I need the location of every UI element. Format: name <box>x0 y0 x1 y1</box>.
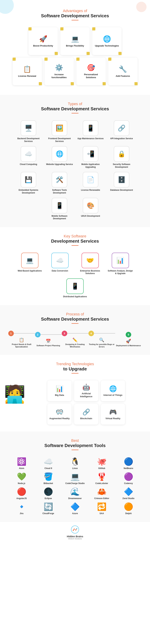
personalized-solutions-label: Personalized Solutions <box>79 73 103 79</box>
trending-header-top: Trending Technologies <box>3 362 147 366</box>
step4-num: 4 <box>88 331 94 336</box>
enterprise-icon: 🤝 <box>81 253 99 268</box>
saa-icon: 🔁 <box>97 502 107 511</box>
tool-item-nodejs: 💚 Node.js <box>9 472 34 484</box>
boost-productivity-label: Boost Productivity <box>33 44 53 48</box>
types-divider <box>72 113 78 114</box>
tool-item-netbeans: 🔵 NetBeans <box>116 457 141 470</box>
ai-icon: 🤖 <box>82 384 90 391</box>
data-conversion-label: Data Conversion <box>52 270 68 272</box>
step4-icon: 🔍 <box>99 338 104 342</box>
type-card-software-tools: 🛠️ Software Tools Development <box>46 172 73 194</box>
step3-label: Designing & Creating Wireframes <box>62 343 88 348</box>
tool-item-bitbucket: 🪣 Bitbucket <box>36 472 60 484</box>
tool-item-angularjs: 🔴 AngularJS <box>9 487 34 500</box>
step5-num: 5 <box>126 332 131 338</box>
step4-connector <box>94 333 115 334</box>
type-card-app-maintenance: 📱 App Maintenance Services <box>77 120 104 143</box>
codelobster-label: CodeLobster <box>95 482 108 484</box>
step1-connector <box>14 333 35 334</box>
distributed-icon: 📱 <box>66 278 84 294</box>
svg-point-2 <box>76 528 77 529</box>
tech-card-blockchain: 🔗 Blockchain <box>74 404 98 424</box>
advantages-grid: 🚀 Boost Productivity 💻 Brings Flexibilit… <box>0 26 150 90</box>
tool-item-jira: 🔹 Jira <box>9 502 34 515</box>
web-based-icon: 💻 <box>21 253 38 268</box>
trending-row-2: 🥽 Augmented Reality 🔗 Blockchain 🎮 Virtu… <box>26 404 147 424</box>
tool-item-cloud9: ☁️ Cloud 9 <box>36 457 60 470</box>
process-header-top: Process of <box>3 312 147 316</box>
cloud-label: Cloud Computing <box>20 163 37 166</box>
data-conversion-icon: ☁️ <box>51 253 69 268</box>
database-label: Database Development <box>110 189 133 192</box>
type-card-embedded: 💾 Embedded Systems Development <box>15 172 42 194</box>
process-step-2: 2 📅 Software Project Planning <box>35 332 62 347</box>
tool-item-saa: 🔁 SAA <box>90 502 114 515</box>
github-icon: 🐙 <box>97 457 107 466</box>
footer: Hidden Brains Infotech Solutions <box>0 522 150 543</box>
cloud9-label: Cloud 9 <box>45 467 52 470</box>
zend-label: Zend Studio <box>122 497 134 500</box>
svg-point-1 <box>73 530 74 531</box>
tools-grid: ⚛️ Atom ☁️ Cloud 9 🐧 Linux 🐙 GitHub 🔵 Ne… <box>0 455 150 516</box>
github-label: GitHub <box>98 467 105 470</box>
software-analyze-icon: 📊 <box>112 253 129 268</box>
step1-num-row: 1 <box>8 331 35 336</box>
nodejs-icon: 💚 <box>17 472 26 481</box>
type-card-frontend: 🖼️ Frontend Development Services <box>46 120 73 143</box>
brings-flexibility-icon: 💻 <box>71 35 79 43</box>
corner-accent-br <box>71 82 74 85</box>
tool-item-codenvy: 🟣 Codenvy <box>116 472 141 484</box>
step5-icon: 🚀 <box>126 339 131 344</box>
codecharge-icon: 💻 <box>70 472 80 481</box>
adv-card-increase-functionalities: ⚙️ Increase functionalities <box>45 58 74 85</box>
step3-num-row: 3 <box>62 331 88 336</box>
key-services-header: Key Software Development Services <box>0 229 150 251</box>
upgrade-technologies-icon: 🌐 <box>103 35 111 43</box>
increase-functionalities-label: Increase functionalities <box>47 73 71 79</box>
frontend-label: Frontend Development Services <box>46 137 73 143</box>
adv-card-brings-flexibility: 💻 Brings Flexibility <box>60 27 90 55</box>
trending-person-icon: 🧑‍💻 <box>3 384 26 404</box>
advantages-row-1: 🚀 Boost Productivity 💻 Brings Flexibilit… <box>5 27 145 55</box>
iot-label: Internet of Things <box>103 394 122 397</box>
type-card-uiux: 🎨 UI/UX Development <box>77 198 104 220</box>
tool-item-eclipse: 🌑 Eclipse <box>36 487 60 500</box>
zend-icon: 🔷 <box>124 487 133 496</box>
tools-header-top: Best <box>3 438 147 443</box>
tool-item-zend: 🔷 Zend Studio <box>116 487 141 500</box>
brings-flexibility-label: Brings Flexibility <box>66 44 84 48</box>
boost-productivity-icon: 🚀 <box>39 35 47 43</box>
crimson-icon: 🦀 <box>97 487 107 496</box>
codenvy-icon: 🟣 <box>124 472 133 481</box>
trending-header: Trending Technologies to Upgrade <box>0 356 150 379</box>
tech-card-big-data: 📊 Big Data <box>47 380 72 401</box>
embedded-label: Embedded Systems Development <box>15 189 42 194</box>
tool-item-crimson: 🦀 Crimson Editor <box>90 487 114 500</box>
license-label: License Renewable <box>81 189 100 192</box>
netbeans-icon: 🔵 <box>124 457 133 466</box>
bitbucket-label: Bitbucket <box>44 482 53 484</box>
ar-icon: 🥽 <box>56 408 64 416</box>
database-icon: 🗄️ <box>114 172 129 188</box>
footer-tagline: Infotech Solutions <box>3 538 147 540</box>
nodejs-label: Node.js <box>18 482 25 484</box>
process-step-5: 5 🚀 Deployment & Maintenance <box>115 332 142 347</box>
adv-card-boost-productivity: 🚀 Boost Productivity <box>28 27 58 55</box>
codelobster-icon: 🦞 <box>97 472 107 481</box>
adv-card-personalized-solutions: 🎯 Personalized Solutions <box>76 58 106 85</box>
key-services-section: Key Software Development Services 💻 Web-… <box>0 227 150 305</box>
types-header-bottom: Software Development Services <box>3 106 147 112</box>
types-section: Types of Software Development Services 🖥… <box>0 95 150 227</box>
saa-label: SAA <box>99 512 104 515</box>
step1-icon: 📋 <box>19 338 24 342</box>
key-services-header-top: Key Software <box>3 234 147 238</box>
delphi-icon: 🟠 <box>124 502 133 511</box>
adv-card-add-features: 🔧 Add Features <box>108 58 138 85</box>
step2-num: 2 <box>35 332 41 338</box>
mobile-software-icon: 📱 <box>52 198 67 214</box>
backend-label: Backend Development Services <box>15 137 42 143</box>
process-header: Process of Software Development Services <box>0 307 150 329</box>
crimson-label: Crimson Editor <box>94 497 109 500</box>
advantages-header-bottom: Software Development Services <box>3 13 147 18</box>
